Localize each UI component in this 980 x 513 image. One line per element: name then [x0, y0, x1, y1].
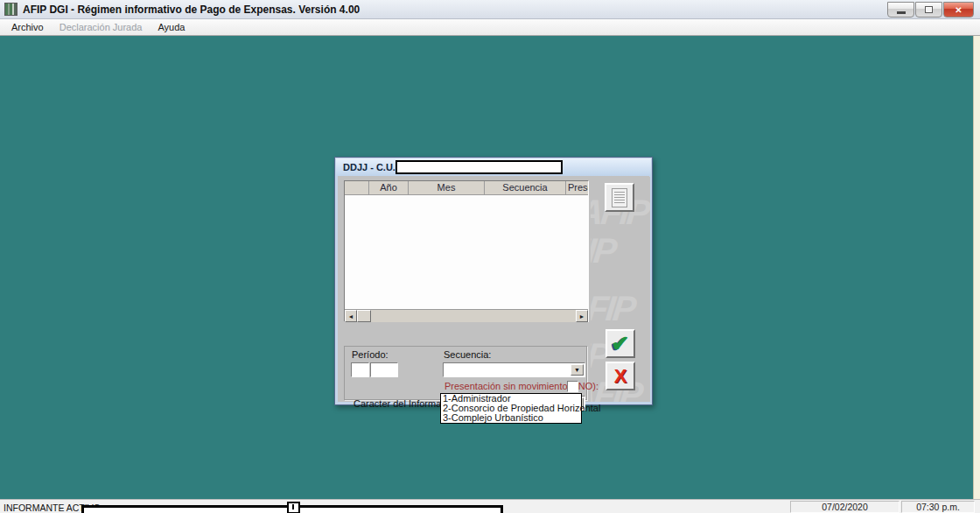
- report-button[interactable]: [605, 183, 634, 212]
- app-icon: [4, 3, 18, 16]
- window-titlebar: AFIP DGI - Régimen informativo de Pago d…: [0, 0, 980, 19]
- close-icon: ✕: [955, 5, 962, 15]
- grid-horizontal-scrollbar[interactable]: ◄ ►: [345, 309, 588, 322]
- periodo-label: Período:: [352, 349, 388, 360]
- check-icon: ✔: [612, 333, 630, 355]
- sin-movimientos-checkbox[interactable]: [567, 381, 578, 392]
- minimize-button[interactable]: [887, 2, 914, 18]
- periodo-month-input[interactable]: [351, 362, 369, 377]
- chevron-down-icon[interactable]: ▼: [570, 364, 584, 376]
- menu-declaracion-jurada: Declaración Jurada: [52, 20, 150, 34]
- menu-bar: Archivo Declaración Jurada Ayuda: [0, 19, 980, 36]
- scrollbar-track[interactable]: [371, 310, 576, 322]
- secuencia-label: Secuencia:: [444, 349, 491, 360]
- scrollbar-thumb[interactable]: [357, 310, 371, 322]
- menu-ayuda[interactable]: Ayuda: [150, 20, 192, 34]
- grid-col-presentado: Prese: [566, 181, 588, 194]
- informante-redaction-tab: [287, 502, 300, 513]
- dialog-titlebar[interactable]: DDJJ - C.U.I.T.: [336, 158, 651, 176]
- status-bar: INFORMANTE ACTIVO: 07/02/2020 07:30 p.m.: [0, 499, 980, 513]
- window-title: AFIP DGI - Régimen informativo de Pago d…: [23, 4, 360, 16]
- application-window: AFIP DGI - Régimen informativo de Pago d…: [0, 0, 980, 513]
- status-date: 07/02/2020: [790, 501, 900, 513]
- grid-col-secuencia: Secuencia: [485, 181, 566, 194]
- restore-icon: [925, 6, 933, 13]
- ddjj-grid[interactable]: Año Mes Secuencia Prese ◄ ►: [344, 180, 589, 322]
- grid-col-selector: [345, 181, 369, 194]
- periodo-year-input[interactable]: [370, 362, 398, 377]
- scroll-right-icon[interactable]: ►: [576, 310, 588, 322]
- grid-col-anio: Año: [369, 181, 409, 194]
- window-controls: ✕: [887, 2, 974, 18]
- ddjj-dialog: DDJJ - C.U.I.T. AFIP AFIP AFIP AFIP AFIP…: [334, 157, 653, 405]
- cuit-redaction-box: [396, 160, 563, 174]
- grid-header: Año Mes Secuencia Prese: [345, 181, 588, 195]
- caracter-dropdown-list: 1-Administrador 2-Consorcio de Propiedad…: [440, 393, 582, 424]
- dialog-client-area: AFIP AFIP AFIP AFIP AFIP Año Mes Secuenc…: [339, 177, 650, 402]
- grid-col-mes: Mes: [409, 181, 485, 194]
- accept-button[interactable]: ✔: [606, 329, 635, 358]
- minimize-icon: [897, 11, 906, 14]
- grid-body-empty: [345, 195, 588, 309]
- scroll-left-icon[interactable]: ◄: [345, 310, 357, 322]
- x-icon: X: [614, 367, 627, 386]
- option-complejo[interactable]: 3-Complejo Urbanístico: [441, 413, 581, 423]
- cancel-button[interactable]: X: [606, 362, 635, 390]
- menu-archivo[interactable]: Archivo: [4, 20, 52, 34]
- status-time: 07:30 p.m.: [901, 501, 975, 513]
- close-button[interactable]: ✕: [943, 2, 974, 18]
- window-right-border: [973, 36, 980, 513]
- secuencia-select[interactable]: ▼: [443, 362, 585, 377]
- document-icon: [612, 188, 627, 207]
- maximize-button[interactable]: [915, 2, 942, 18]
